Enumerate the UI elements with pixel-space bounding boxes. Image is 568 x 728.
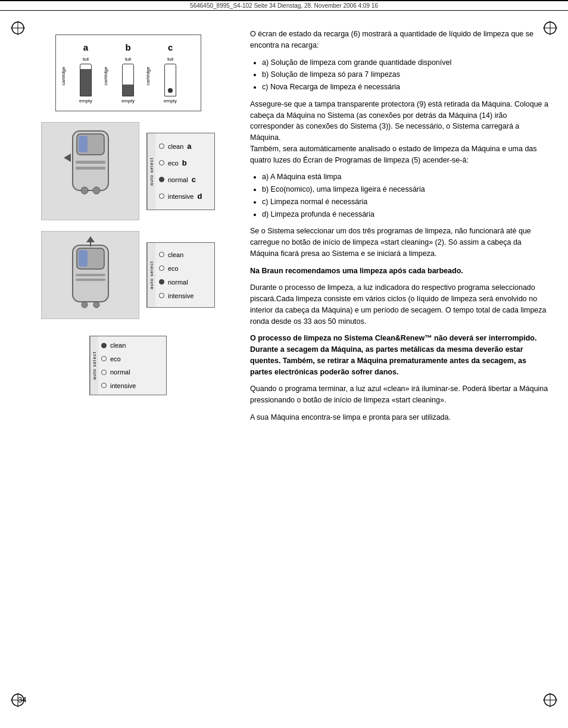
svg-rect-24 <box>76 274 105 276</box>
opt-circle-eco-1 <box>159 160 164 165</box>
bold2: O processo de limpeza no Sistema Clean&R… <box>250 333 550 377</box>
panel-row-1: auto select clean a eco b normal <box>41 122 215 220</box>
auto-select-panel-1: auto select clean a eco b normal <box>146 133 215 210</box>
opt-circle-intensive-2 <box>159 293 164 298</box>
shaver-image-2 <box>41 231 139 319</box>
bold1: Na Braun recomendamos uma limpeza após c… <box>250 265 550 277</box>
page-number: 34 <box>18 695 26 704</box>
option-clean-1: clean a <box>159 142 211 151</box>
opt-circle-eco-2 <box>159 265 164 271</box>
opt-letter-a-1: a <box>187 142 193 151</box>
auto-select-label-2: auto select <box>147 243 155 307</box>
left-column: a b c cartridge full empty cartridge <box>18 29 238 429</box>
list2-item-d: d) Limpeza profunda é necessária <box>262 209 550 220</box>
cartridge-diagram: a b c cartridge full empty cartridge <box>55 35 201 111</box>
list1: a) Solução de limpeza com grande quantid… <box>262 57 550 93</box>
opt-label-eco-3: eco <box>110 355 121 363</box>
list2-item-c: c) Limpeza normal é necessária <box>262 196 550 208</box>
opt-circle-normal-1 <box>159 177 164 182</box>
shaver-image-1 <box>41 122 139 220</box>
opt-circle-normal-2 <box>159 279 164 285</box>
option-intensive-2: intensive <box>159 292 211 299</box>
panel-row-2: auto select clean eco normal <box>41 231 215 319</box>
shaver-svg-1 <box>46 125 135 217</box>
opt-circle-intensive-3 <box>101 383 107 388</box>
opt-label-clean-3: clean <box>110 342 126 349</box>
svg-rect-26 <box>79 250 88 267</box>
list2-item-a: a) A Máquina está limpa <box>262 171 550 183</box>
opt-circle-intensive-1 <box>159 193 164 199</box>
option-eco-3: eco <box>101 355 163 363</box>
para6: A sua Máquina encontra-se limpa e pronta… <box>250 412 550 423</box>
header-bar: 5646450_8995_S4-102 Seite 34 Dienstag, 2… <box>0 0 568 11</box>
auto-select-label-3: auto select <box>90 336 98 395</box>
opt-label-intensive-2: intensive <box>168 292 194 299</box>
para1: O écran de estado da recarga (6) mostrar… <box>250 29 550 51</box>
cart-letter-a: a <box>83 42 88 52</box>
svg-rect-17 <box>76 167 105 170</box>
list1-item-a: a) Solução de limpeza com grande quantid… <box>262 57 550 68</box>
corner-mark-tr <box>543 21 557 35</box>
svg-rect-18 <box>79 136 88 152</box>
panel-options-1: clean a eco b normal c <box>155 133 214 210</box>
corner-mark-tl <box>11 21 25 35</box>
cart-letter-b: b <box>125 42 130 52</box>
opt-circle-clean-3 <box>101 343 107 348</box>
panel-options-3: clean eco normal intensive <box>98 336 166 395</box>
list2-item-b: b) Eco(nomico), uma limpeza ligeira é ne… <box>262 184 550 195</box>
para3: Se o Sistema seleccionar um dos três pro… <box>250 226 550 259</box>
list1-item-c: c) Nova Recarga de limpeza é necessária <box>262 82 550 93</box>
svg-point-14 <box>81 187 88 194</box>
opt-letter-d-1: d <box>197 192 203 201</box>
opt-label-normal-3: normal <box>110 368 130 376</box>
svg-point-15 <box>93 187 100 194</box>
cart-letter-c: c <box>168 42 173 52</box>
opt-circle-normal-3 <box>101 370 107 375</box>
option-normal-1: normal c <box>159 175 211 184</box>
svg-point-22 <box>82 302 88 308</box>
option-intensive-3: intensive <box>101 382 163 389</box>
list2: a) A Máquina está limpa b) Eco(nomico), … <box>262 171 550 220</box>
opt-circle-clean-1 <box>159 143 164 149</box>
list1-item-b: b) Solução de limpeza só para 7 limpezas <box>262 69 550 80</box>
option-eco-2: eco <box>159 265 211 272</box>
opt-label-intensive-3: intensive <box>110 382 136 389</box>
panel-row-3: auto select clean eco normal <box>89 336 167 395</box>
opt-circle-eco-3 <box>101 356 107 361</box>
option-normal-3: normal <box>101 368 163 376</box>
main-content: a b c cartridge full empty cartridge <box>0 17 568 441</box>
para5: Quando o programa terminar, a luz azul «… <box>250 383 550 406</box>
svg-rect-25 <box>76 279 105 281</box>
option-clean-3: clean <box>101 342 163 349</box>
header-text: 5646450_8995_S4-102 Seite 34 Dienstag, 2… <box>190 2 378 9</box>
svg-marker-27 <box>86 236 95 242</box>
opt-letter-c-1: c <box>192 175 198 184</box>
opt-circle-clean-2 <box>159 252 164 257</box>
opt-letter-b-1: b <box>182 158 188 167</box>
svg-marker-19 <box>64 154 71 162</box>
option-intensive-1: intensive d <box>159 192 211 201</box>
svg-rect-16 <box>76 161 105 164</box>
option-clean-2: clean <box>159 251 211 258</box>
auto-select-label-1: auto select <box>147 133 155 210</box>
shaver-svg-2 <box>46 233 135 317</box>
svg-point-23 <box>93 302 99 308</box>
auto-select-panel-2: auto select clean eco normal <box>146 242 215 308</box>
opt-label-eco-2: eco <box>168 265 179 272</box>
opt-label-normal-1: normal <box>168 176 188 183</box>
opt-label-eco-1: eco <box>168 160 179 167</box>
auto-select-panel-3: auto select clean eco normal <box>89 336 167 395</box>
para2: Assegure-se que a tampa transparente pro… <box>250 99 550 166</box>
opt-label-clean-2: clean <box>168 251 183 258</box>
panel-options-2: clean eco normal intensive <box>155 243 214 307</box>
para4: Durante o processo de limpeza, a luz ind… <box>250 282 550 327</box>
option-eco-1: eco b <box>159 158 211 167</box>
opt-label-clean-1: clean <box>168 143 183 150</box>
corner-mark-br <box>543 693 557 707</box>
opt-label-normal-2: normal <box>168 279 188 286</box>
opt-label-intensive-1: intensive <box>168 193 194 200</box>
option-normal-2: normal <box>159 279 211 286</box>
right-column: O écran de estado da recarga (6) mostrar… <box>250 29 550 429</box>
